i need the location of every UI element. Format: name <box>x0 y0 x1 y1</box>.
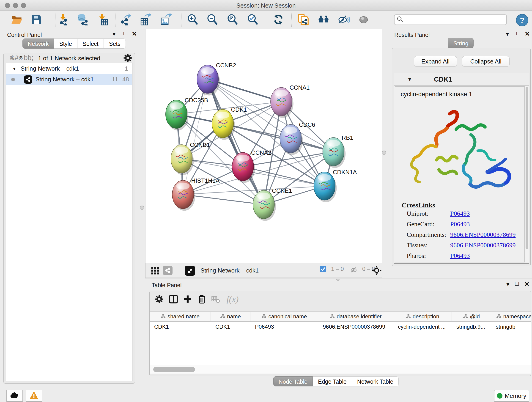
table-cell[interactable]: P06493 <box>250 322 318 332</box>
left-splitter-handle[interactable] <box>140 206 144 210</box>
table-cell[interactable]: 9606.ENSP00000378699 <box>318 322 393 332</box>
string-home-button[interactable] <box>317 13 330 26</box>
tab-network[interactable]: Network <box>22 38 54 49</box>
show-columns-icon[interactable] <box>168 294 179 305</box>
network-node-CCNA1[interactable]: CCNA1 <box>271 84 310 118</box>
column-header-database-identifier[interactable]: database identifier <box>318 312 393 321</box>
column-header-description[interactable]: description <box>393 312 452 321</box>
table-horizontal-scrollbar[interactable] <box>150 365 531 374</box>
birdseye-view-icon[interactable] <box>185 266 195 276</box>
network-collection-row[interactable]: ▾ String Network – cdk1 1 <box>6 63 132 74</box>
network-node-CDKN1A[interactable]: CDKN1A <box>314 169 357 202</box>
network-node-CCNE1[interactable]: CCNE1 <box>253 187 292 221</box>
tab-edge-table[interactable]: Edge Table <box>313 376 352 386</box>
panel-close-icon[interactable]: ✕ <box>525 30 530 38</box>
results-scrollbar-thumb[interactable] <box>526 87 528 249</box>
panel-float-icon[interactable]: □ <box>123 30 127 37</box>
crosslink-link[interactable]: P06493 <box>450 220 470 228</box>
network-share-icon[interactable] <box>163 266 172 275</box>
node-details-header[interactable]: ▾ CDK1 <box>394 73 529 86</box>
apply-layout-button[interactable] <box>272 13 285 26</box>
tab-style[interactable]: Style <box>54 38 77 49</box>
crosslink-link[interactable]: 9606.ENSP00000378699 <box>450 242 515 249</box>
gear-icon[interactable] <box>123 53 133 64</box>
table-scrollbar-thumb[interactable] <box>153 367 195 372</box>
network-canvas[interactable]: CCNB2CCNA1CDC25BCDK1CDC6RB1CCNB1CCNA2CDK… <box>145 29 382 263</box>
warning-button[interactable] <box>26 390 42 402</box>
collapse-triangle-icon[interactable]: ▾ <box>408 76 411 83</box>
network-node-CCNB1[interactable]: CCNB1 <box>171 142 210 175</box>
network-row-selected[interactable]: String Network – cdk1 11 48 <box>6 74 132 85</box>
table-cell[interactable]: CDK1 <box>211 322 250 332</box>
main-toolbar: ? <box>0 11 532 29</box>
network-edge[interactable] <box>208 79 264 205</box>
hide-selected-button[interactable] <box>337 13 351 26</box>
export-image-button[interactable] <box>159 13 172 26</box>
import-network-from-file-button[interactable] <box>57 13 70 26</box>
save-session-button[interactable] <box>30 13 43 26</box>
right-splitter-handle[interactable] <box>382 151 386 155</box>
column-header-shared-name[interactable]: shared name <box>150 312 211 321</box>
tab-select[interactable]: Select <box>77 38 104 49</box>
panel-float-icon[interactable]: □ <box>515 280 519 287</box>
network-node-CCNB2[interactable]: CCNB2 <box>197 62 236 96</box>
show-hidden-button[interactable] <box>357 13 370 26</box>
grid-view-icon[interactable] <box>151 266 160 275</box>
import-network-from-database-button[interactable] <box>76 13 89 26</box>
column-header-canonical-name[interactable]: canonical name <box>250 312 318 321</box>
expand-all-button[interactable]: Expand All <box>414 56 457 67</box>
control-panel-title: Control Panel <box>7 32 42 38</box>
open-session-button[interactable] <box>10 13 23 26</box>
network-node-CCNA2[interactable]: CCNA2 <box>232 149 271 183</box>
export-network-button[interactable] <box>119 13 132 26</box>
column-header--id[interactable]: @id <box>452 312 491 321</box>
memory-button[interactable]: Memory <box>494 390 529 402</box>
export-table-button[interactable] <box>139 13 152 26</box>
crosslink-link[interactable]: P06493 <box>450 210 470 217</box>
hidden-eye-icon[interactable] <box>350 266 358 274</box>
table-cell[interactable]: stringdb <box>491 322 531 332</box>
tab-sets[interactable]: Sets <box>104 38 126 49</box>
fit-content-button[interactable] <box>226 13 239 26</box>
zoom-in-button[interactable] <box>186 13 199 26</box>
table-cell[interactable]: cyclin-dependent ... <box>393 322 452 332</box>
zoom-selected-button[interactable] <box>246 13 259 26</box>
crosslink-link[interactable]: P06493 <box>450 252 470 259</box>
panel-close-icon[interactable]: ✕ <box>524 281 530 288</box>
tab-network-table[interactable]: Network Table <box>352 376 399 386</box>
search-input[interactable] <box>405 16 504 23</box>
node-label: CDKN1A <box>333 169 357 175</box>
crosslink-link[interactable]: 9606.ENSP00000378699 <box>450 231 515 238</box>
tab-node-table[interactable]: Node Table <box>273 376 313 386</box>
collapse-all-button[interactable]: Collapse All <box>462 56 510 67</box>
table-cell[interactable]: stringdb:9... <box>452 322 491 332</box>
panel-menu-icon[interactable]: ▾ <box>113 30 116 38</box>
table-cell[interactable]: CDK1 <box>150 322 211 332</box>
selected-checkbox-icon[interactable] <box>320 266 326 273</box>
crosshair-icon[interactable] <box>372 266 381 275</box>
string-network-graph[interactable]: CCNB2CCNA1CDC25BCDK1CDC6RB1CCNB1CCNA2CDK… <box>146 29 382 263</box>
cloud-button[interactable] <box>6 390 23 402</box>
clone-network-button[interactable] <box>297 13 310 26</box>
function-builder-icon[interactable]: f(x) <box>223 294 242 305</box>
gear-icon[interactable] <box>154 294 165 305</box>
collapse-triangle-icon[interactable]: ▾ <box>13 66 16 72</box>
table-panel-title: Table Panel <box>152 282 182 288</box>
panel-menu-icon[interactable]: ▾ <box>506 30 509 38</box>
help-button[interactable]: ? <box>516 14 528 26</box>
panel-menu-icon[interactable]: ▾ <box>506 281 510 288</box>
results-scrollbar[interactable] <box>525 86 529 262</box>
panel-close-icon[interactable]: ✕ <box>132 30 137 38</box>
network-node-RB1[interactable]: RB1 <box>323 134 353 168</box>
tab-string[interactable]: String <box>448 38 474 48</box>
panel-float-icon[interactable]: □ <box>516 30 520 37</box>
delete-table-icon[interactable] <box>210 294 221 305</box>
column-header-name[interactable]: name <box>211 312 250 321</box>
delete-column-icon[interactable] <box>196 294 207 305</box>
import-table-from-file-button[interactable] <box>96 13 109 26</box>
zoom-out-button[interactable] <box>206 13 219 26</box>
table-row[interactable]: CDK1CDK1P064939606.ENSP00000378699cyclin… <box>150 322 531 332</box>
add-column-icon[interactable] <box>182 294 193 305</box>
column-header-namespace[interactable]: namespace <box>491 312 531 321</box>
network-edge[interactable] <box>223 123 333 152</box>
